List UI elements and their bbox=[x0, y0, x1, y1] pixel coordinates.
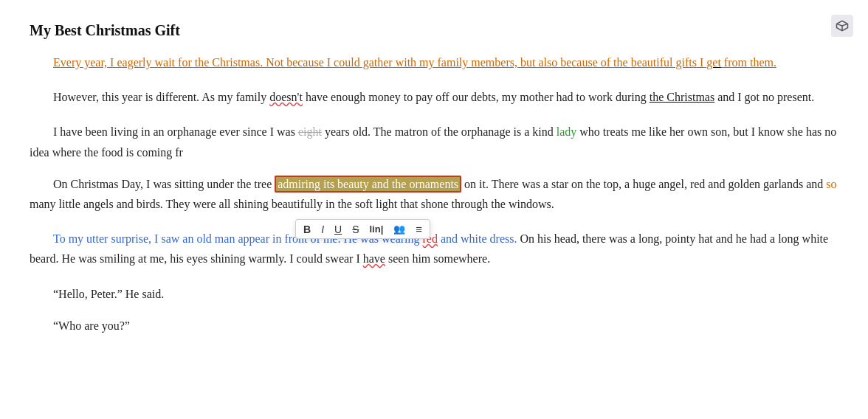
paragraph-5: To my utter surprise, I saw an old man a… bbox=[30, 229, 838, 269]
paragraph-3: I have been living in an orphanage ever … bbox=[30, 122, 838, 162]
paragraph-6: “Hello, Peter.” He said. bbox=[30, 284, 838, 304]
document-title: My Best Christmas Gift bbox=[30, 22, 838, 39]
text-formatting-toolbar[interactable]: B I U S lin| 👥 ≡ bbox=[295, 219, 430, 239]
paragraph-2: However, this year is different. As my f… bbox=[30, 87, 838, 107]
p2-doesnt: doesn't bbox=[269, 91, 303, 103]
p1-get-link[interactable]: get bbox=[706, 56, 721, 69]
cube-icon-button[interactable] bbox=[831, 15, 853, 37]
p2-the-christmas: the Christmas bbox=[650, 91, 714, 103]
p5-have-underline: have bbox=[363, 252, 385, 265]
bold-button[interactable]: B bbox=[300, 223, 314, 236]
p4-so-orange: so bbox=[826, 178, 836, 190]
selected-text: admiring its beauty and the ornaments bbox=[275, 176, 461, 193]
p3-eight-struck: eight bbox=[298, 125, 322, 138]
menu-button[interactable]: ≡ bbox=[413, 222, 425, 236]
paragraph-1: Every year, I eagerly wait for the Chris… bbox=[30, 52, 838, 72]
underline-button[interactable]: U bbox=[331, 223, 345, 236]
document-container: My Best Christmas Gift Every year, I eag… bbox=[0, 0, 868, 419]
cube-icon bbox=[836, 19, 849, 32]
paragraph-7: “Who are you?” bbox=[30, 316, 838, 336]
p3-lady-green: lady bbox=[557, 125, 577, 138]
paragraph-4: On Christmas Day, I was sitting under th… bbox=[30, 174, 838, 214]
p1-orange-text: Every year, I eagerly wait for the Chris… bbox=[53, 56, 776, 69]
italic-button[interactable]: I bbox=[318, 223, 327, 236]
p5-blue-text: To my utter surprise, I saw an old man a… bbox=[53, 232, 517, 245]
strikethrough-button[interactable]: S bbox=[349, 223, 362, 236]
line-height-button[interactable]: lin| bbox=[366, 223, 386, 235]
bold-icon: B bbox=[303, 224, 311, 235]
person-button[interactable]: 👥 bbox=[390, 223, 408, 235]
